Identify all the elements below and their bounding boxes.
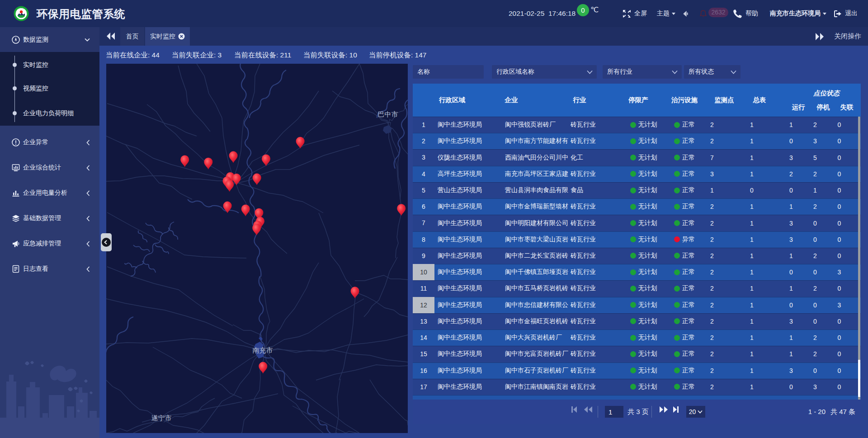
- sidebar-item[interactable]: 企业异常: [0, 130, 99, 155]
- map-pin[interactable]: [180, 155, 189, 167]
- cell-limit: 无计划: [623, 367, 664, 375]
- status-filter-select[interactable]: 所有状态: [684, 65, 741, 79]
- cell-region: 阆中生态环境局: [434, 334, 502, 342]
- sidebar-collapse-handle[interactable]: [101, 233, 112, 251]
- chevron-left-icon: [86, 241, 90, 247]
- table-row[interactable]: 7阆中生态环境局阆中明阳建材有限公司砖瓦行业无计划正常21300: [413, 215, 861, 231]
- status-dot-green: [674, 302, 680, 308]
- status-dot-green: [630, 367, 636, 373]
- map-canvas[interactable]: 巴中市南充市遂宁市: [106, 64, 408, 433]
- theme-dropdown[interactable]: 主题: [657, 0, 675, 27]
- temperature-unit: ℃: [590, 5, 599, 14]
- cell-stop: 2: [798, 285, 832, 292]
- status-dot-green: [630, 384, 636, 390]
- prev-page-icon[interactable]: [584, 406, 592, 413]
- map-pin[interactable]: [241, 204, 250, 216]
- page-size-value: 20: [689, 408, 696, 415]
- tab-home[interactable]: 首页: [120, 27, 144, 46]
- table-row[interactable]: 13阆中生态环境局阆中市金福旺页岩机砖砖瓦行业无计划正常21300: [413, 313, 861, 330]
- cell-region: 仪陇生态环境局: [434, 154, 502, 162]
- page-size-select[interactable]: 20: [686, 406, 705, 418]
- sidebar-item[interactable]: 基础数据管理: [0, 206, 99, 231]
- notification-area[interactable]: 2632: [700, 8, 728, 18]
- next-page-icon[interactable]: [659, 406, 668, 413]
- status-dot-green: [674, 286, 680, 292]
- table-scrollbar[interactable]: [858, 117, 860, 400]
- map-panel[interactable]: 巴中市南充市遂宁市: [106, 64, 408, 433]
- col-header-run: 运行: [792, 103, 805, 112]
- org-dropdown[interactable]: 南充市生态环境局: [770, 0, 826, 27]
- sidebar-item[interactable]: 企业用电量分析: [0, 180, 99, 206]
- sidebar-item-data-monitoring[interactable]: 数据监测: [0, 27, 99, 52]
- cell-facility: 正常: [664, 367, 705, 375]
- map-pin[interactable]: [204, 158, 212, 170]
- sidebar-item[interactable]: 应急减排管理: [0, 231, 99, 256]
- chevron-down-icon: [587, 70, 593, 74]
- map-pin[interactable]: [397, 204, 406, 216]
- help-button[interactable]: 帮助: [733, 0, 758, 27]
- table-row[interactable]: 5营山生态环境局营山县润丰肉食品有限食品无计划正常10010: [413, 182, 861, 198]
- close-operations-button[interactable]: 关闭操作: [834, 32, 861, 41]
- cell-meters: 1: [719, 334, 784, 341]
- chevron-down-icon: [823, 13, 826, 15]
- page-number-input[interactable]: [605, 406, 623, 418]
- name-filter-input[interactable]: 名称: [413, 65, 484, 79]
- table-row[interactable]: 16阆中生态环境局阆中市石子页岩机砖厂砖瓦行业无计划正常21300: [413, 363, 861, 379]
- table-row[interactable]: 11阆中生态环境局阆中市五马桥页岩机砖砖瓦行业无计划正常21120: [413, 280, 861, 297]
- map-pin[interactable]: [252, 224, 261, 235]
- table-row[interactable]: 10阆中生态环境局阆中千佛镇五郎垭页岩砖瓦行业无计划正常21003: [413, 264, 861, 280]
- cell-stop: 0: [798, 318, 832, 325]
- close-icon[interactable]: [178, 33, 185, 40]
- map-pin[interactable]: [296, 137, 305, 149]
- map-pin[interactable]: [223, 202, 232, 213]
- sidebar-subitem-video[interactable]: 视频监控: [0, 85, 99, 99]
- status-dot-green: [630, 318, 636, 324]
- cell-company: 南充市高坪区王家店建: [502, 170, 569, 178]
- table-row[interactable]: 2阆中生态环境局阆中市南方节能建材有砖瓦行业无计划正常21030: [413, 133, 861, 149]
- table-row[interactable]: 3仪陇生态环境局西南油气田分公司川中化工无计划正常71350: [413, 149, 861, 165]
- last-page-icon[interactable]: [673, 406, 679, 413]
- table-row[interactable]: 12阆中生态环境局阆中市忠信建材有限公砖瓦行业无计划正常21003: [413, 297, 861, 313]
- sidebar-subitem-realtime[interactable]: 实时监控: [0, 62, 99, 75]
- logout-button[interactable]: 退出: [834, 0, 858, 27]
- table-row[interactable]: 8阆中生态环境局阆中市枣碧大梁山页岩砖瓦行业无计划异常21300: [413, 231, 861, 248]
- sidebar-subitem-power-load-detail[interactable]: 企业电力负荷明细: [0, 110, 99, 124]
- cell-meters: 1: [719, 154, 784, 161]
- cell-region: 阆中生态环境局: [434, 350, 502, 358]
- double-chevron-right-icon[interactable]: [815, 33, 824, 41]
- industry-filter-select[interactable]: 所有行业: [603, 65, 682, 79]
- cell-industry: 食品: [569, 186, 623, 194]
- cell-points: 2: [705, 252, 719, 259]
- first-page-icon[interactable]: [571, 406, 577, 413]
- row-number: 3: [413, 149, 434, 165]
- cell-facility: 正常: [664, 203, 705, 211]
- map-pin[interactable]: [229, 151, 238, 163]
- double-chevron-left-icon[interactable]: [106, 32, 115, 40]
- scrollbar-thumb[interactable]: [858, 360, 860, 397]
- cell-run: 3: [784, 367, 798, 374]
- region-filter-select[interactable]: 行政区域名称: [492, 65, 597, 79]
- table-row[interactable]: 18南部生态环境局南部县砚华水泥有限公砖瓦行业无计划正常60060: [413, 395, 861, 400]
- map-pin[interactable]: [253, 174, 261, 185]
- table-row[interactable]: 4高坪生态环境局南充市高坪区王家店建砖瓦行业无计划正常31220: [413, 166, 861, 182]
- cell-industry: 砖瓦行业: [569, 284, 623, 292]
- cell-lost: 0: [832, 170, 846, 178]
- cell-facility: 正常: [664, 170, 705, 178]
- cell-lost: 0: [832, 367, 846, 374]
- table-row[interactable]: 6阆中生态环境局阆中市金博瑞新型墙材砖瓦行业无计划正常21120: [413, 198, 861, 215]
- cell-industry: 化工: [569, 154, 623, 162]
- map-pin[interactable]: [351, 287, 359, 298]
- table-row[interactable]: 9阆中生态环境局阆中市二龙长宝页岩砖砖瓦行业无计划正常21120: [413, 248, 861, 264]
- cell-stop: 0: [798, 367, 832, 374]
- sidebar-item[interactable]: 日志查看: [0, 256, 99, 282]
- table-row[interactable]: 17阆中生态环境局阆中市江南镇阆南页岩砖瓦行业无计划正常21030: [413, 379, 861, 395]
- fullscreen-button[interactable]: 全屏: [623, 0, 647, 27]
- sidebar-item[interactable]: 企业综合统计: [0, 155, 99, 180]
- speaker-icon[interactable]: [683, 11, 688, 17]
- map-pin[interactable]: [225, 180, 234, 192]
- table-row[interactable]: 1阆中生态环境局阆中强锐页岩砖厂砖瓦行业无计划正常21120: [413, 117, 861, 133]
- help-label: 帮助: [745, 9, 758, 18]
- table-row[interactable]: 14阆中生态环境局阆中大兴页岩机砖厂砖瓦行业无计划正常21120: [413, 330, 861, 346]
- tab-realtime-monitoring[interactable]: 实时监控: [145, 27, 190, 46]
- table-row[interactable]: 15阆中生态环境局阆中市光富页岩机砖厂砖瓦行业无计划正常21120: [413, 346, 861, 362]
